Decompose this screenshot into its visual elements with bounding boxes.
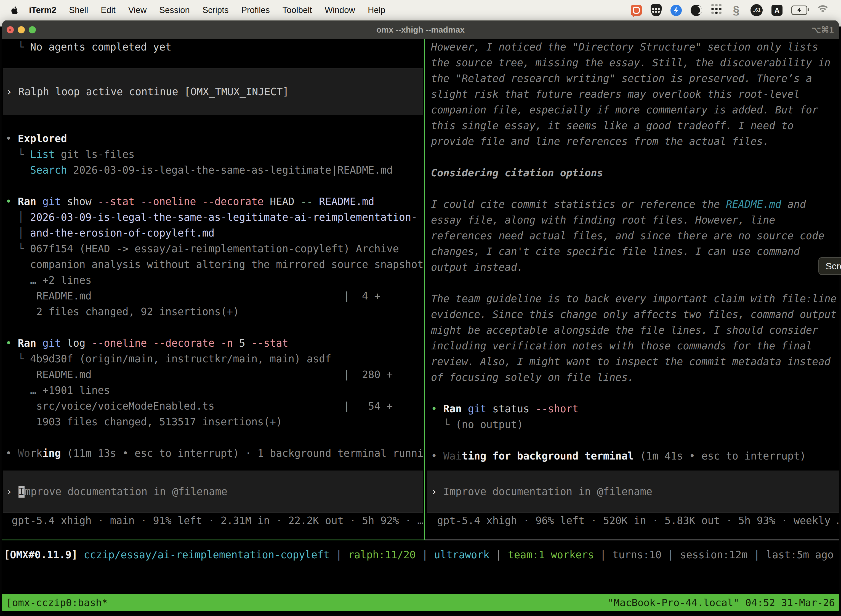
- battery-percent-icon[interactable]: ..61: [750, 4, 763, 16]
- text-segment: and: [781, 198, 806, 210]
- text-segment: │: [6, 227, 30, 239]
- spacer: [2, 115, 424, 131]
- battery-icon[interactable]: [791, 6, 807, 15]
- menu-item-view[interactable]: View: [128, 5, 147, 15]
- shield-icon[interactable]: [651, 4, 662, 16]
- grid-icon[interactable]: [711, 4, 722, 16]
- text-segment: rk: [30, 447, 42, 459]
- text-segment: However, I noticed the "Directory Struct…: [431, 41, 818, 53]
- menu-item-shell[interactable]: Shell: [69, 5, 88, 15]
- text-segment: No agents completed yet: [30, 41, 171, 53]
- terminal-line: I could cite commit statistics or refere…: [425, 197, 839, 212]
- terminal-line: │ and-the-erosion-of-copyleft.md: [2, 225, 424, 241]
- wifi-icon[interactable]: [816, 5, 829, 15]
- text-segment: companion analysis without altering the …: [6, 259, 423, 270]
- text-segment: ing: [42, 447, 61, 459]
- omx-status-segment: team:1 workers: [508, 549, 594, 561]
- terminal-line: changes, I can't cite specific file line…: [425, 244, 839, 260]
- waiting-status: • Waiting for background terminal (1m 41…: [425, 448, 839, 464]
- terminal-line: the "Related research writing" section i…: [425, 70, 839, 87]
- prompt-input[interactable]: › Improve documentation in @filename: [3, 471, 423, 513]
- menu-item-help[interactable]: Help: [368, 5, 385, 15]
- screen-share-indicator[interactable]: Scre: [818, 257, 841, 275]
- text-segment: ›: [431, 486, 443, 497]
- text-segment: •: [6, 196, 18, 208]
- window-bottom-edge: [2, 611, 839, 615]
- omx-status-segment: turns:10: [612, 549, 661, 561]
- terminal-line: However, I noticed the "Directory Struct…: [425, 39, 839, 55]
- omx-status-segment: |: [594, 549, 612, 561]
- text-segment: Search: [30, 164, 67, 176]
- text-segment: Ran: [443, 403, 462, 415]
- terminal-area: └ No agents completed yet› Ralph loop ac…: [2, 39, 839, 540]
- model-status-line: gpt-5.4 xhigh · main · 91% left · 2.31M …: [2, 513, 424, 528]
- text-segment: evidence. Since this change only affects…: [431, 308, 837, 320]
- text-segment: and-the-erosion-of-copyleft.md: [30, 227, 214, 239]
- terminal-line: Search 2026-03-09-is-legal-the-same-as-l…: [2, 162, 424, 178]
- terminal-line: [2, 178, 424, 194]
- text-segment: slight risk that future readers may over…: [431, 88, 800, 100]
- menu-item-session[interactable]: Session: [159, 5, 189, 15]
- terminal-line: └ 4b9d30f (origin/main, instructkr/main,…: [2, 351, 424, 367]
- text-segment: essay file, along with finding root file…: [431, 214, 775, 226]
- text-segment: HEAD: [264, 196, 294, 208]
- input-source-icon[interactable]: A: [771, 5, 782, 16]
- text-segment: 5: [233, 337, 245, 349]
- minimize-button[interactable]: [18, 26, 25, 34]
- text-segment: 2026-03-09-is-legal-the-same-as-legitima…: [30, 211, 417, 223]
- menu-item-edit[interactable]: Edit: [101, 5, 115, 15]
- disk-icon[interactable]: [691, 5, 702, 16]
- prompt-input[interactable]: › Improve documentation in @filename: [427, 471, 839, 513]
- text-segment: the source tree, missing the essay. Stil…: [431, 57, 831, 69]
- apple-icon: [11, 6, 19, 15]
- omx-status-segment: |: [747, 549, 766, 561]
- traffic-lights: [7, 21, 36, 39]
- ralph-loop-input[interactable]: › Ralph loop active continue [OMX_TMUX_I…: [3, 69, 423, 115]
- terminal-line: output instead.: [425, 260, 839, 275]
- terminal-line: provide file and line references from th…: [425, 133, 839, 149]
- tmux-pane-left[interactable]: └ No agents completed yet› Ralph loop ac…: [2, 39, 424, 540]
- menu-item-window[interactable]: Window: [325, 5, 355, 15]
- text-segment: README.md | 4 +: [6, 290, 381, 302]
- text-segment: └: [6, 41, 30, 53]
- text-segment: •: [431, 450, 443, 462]
- window-title-bar[interactable]: omx --xhigh --madmax ⌥⌘1: [2, 21, 839, 39]
- text-cursor: I: [19, 486, 25, 497]
- terminal-line: review. Also, I might want to inspect th…: [425, 354, 839, 370]
- text-segment: … +1901 lines: [6, 384, 110, 396]
- close-button[interactable]: [7, 26, 14, 34]
- terminal-line: might be acceptable alongside the file l…: [425, 322, 839, 338]
- text-segment: Considering citation options: [431, 167, 603, 179]
- text-segment: status: [486, 403, 529, 415]
- omx-status-segment: |: [489, 549, 508, 561]
- terminal-line: [425, 149, 839, 165]
- menu-item-toolbelt[interactable]: Toolbelt: [283, 5, 312, 15]
- text-segment: README.md: [726, 198, 781, 210]
- text-segment: Explored: [18, 133, 67, 145]
- tmux-pane-right[interactable]: However, I noticed the "Directory Struct…: [425, 39, 839, 540]
- menu-item-scripts[interactable]: Scripts: [202, 5, 229, 15]
- sync-icon[interactable]: [671, 5, 682, 16]
- squiggle-icon[interactable]: §: [731, 4, 742, 16]
- omx-status-segment: |: [330, 549, 348, 561]
- text-segment: provide file and line references from th…: [431, 135, 769, 147]
- text-segment: [6, 164, 30, 176]
- apple-menu[interactable]: [11, 6, 19, 15]
- text-segment: List: [30, 148, 55, 160]
- menu-item-profiles[interactable]: Profiles: [241, 5, 270, 15]
- menu-item-iterm2[interactable]: iTerm2: [29, 5, 56, 15]
- text-segment: this single essay, it seems like a good …: [431, 120, 794, 132]
- terminal-line: [425, 275, 839, 291]
- terminal-line: … +1901 lines: [2, 383, 424, 398]
- zoom-button[interactable]: [29, 26, 36, 34]
- terminal-line: this single essay, it seems like a good …: [425, 118, 839, 133]
- omx-status-segment: cczip/essay/ai-reimplementation-copyleft: [84, 549, 330, 561]
- terminal-line: • Explored: [2, 131, 424, 147]
- terminal-line: [2, 320, 424, 335]
- omx-status-segment: ralph:11/20: [348, 549, 416, 561]
- omx-status-segment: [78, 549, 84, 561]
- chat-icon[interactable]: [631, 5, 642, 16]
- text-segment: Improve documentation in @filename: [443, 486, 652, 497]
- terminal-line: [2, 430, 424, 446]
- text-segment: gpt-5.4 xhigh · main · 91% left · 2.31M …: [6, 515, 423, 527]
